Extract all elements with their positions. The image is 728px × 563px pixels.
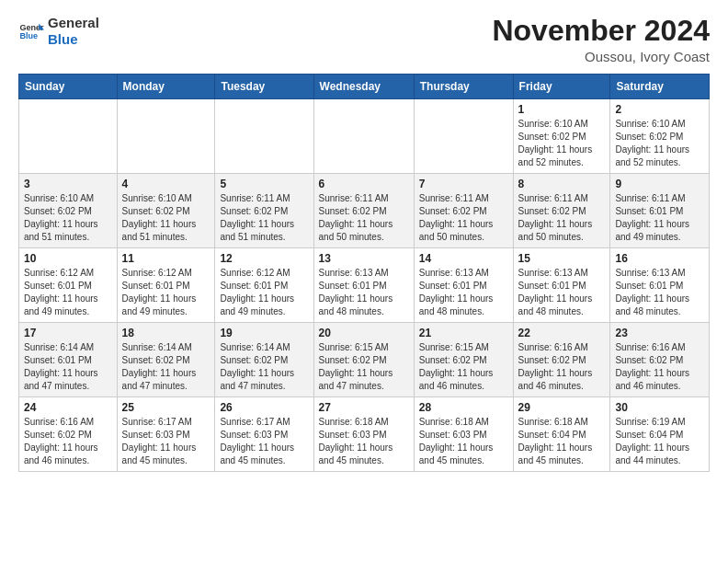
day-info: Sunrise: 6:13 AM Sunset: 6:01 PM Dayligh… [615,267,704,318]
day-number: 19 [220,327,308,339]
day-number: 7 [419,178,508,190]
day-number: 8 [518,178,606,190]
day-number: 27 [319,401,409,414]
calendar-cell: 23Sunrise: 6:16 AM Sunset: 6:02 PM Dayli… [610,323,710,397]
calendar-cell: 8Sunrise: 6:11 AM Sunset: 6:02 PM Daylig… [513,174,610,248]
day-info: Sunrise: 6:16 AM Sunset: 6:02 PM Dayligh… [615,341,704,393]
day-info: Sunrise: 6:15 AM Sunset: 6:02 PM Dayligh… [319,341,409,393]
day-number: 25 [122,401,210,414]
calendar-cell: 5Sunrise: 6:11 AM Sunset: 6:02 PM Daylig… [215,174,313,248]
calendar-cell: 6Sunrise: 6:11 AM Sunset: 6:02 PM Daylig… [313,174,414,248]
calendar-cell: 11Sunrise: 6:12 AM Sunset: 6:01 PM Dayli… [117,248,215,323]
day-info: Sunrise: 6:14 AM Sunset: 6:01 PM Dayligh… [24,341,112,393]
calendar-cell: 16Sunrise: 6:13 AM Sunset: 6:01 PM Dayli… [610,248,710,323]
day-number: 4 [122,178,210,190]
calendar-cell: 12Sunrise: 6:12 AM Sunset: 6:01 PM Dayli… [215,248,313,323]
day-info: Sunrise: 6:11 AM Sunset: 6:02 PM Dayligh… [319,192,409,244]
day-info: Sunrise: 6:18 AM Sunset: 6:04 PM Dayligh… [518,416,606,467]
calendar-header-sunday: Sunday [19,75,118,99]
day-number: 22 [518,327,606,339]
day-info: Sunrise: 6:12 AM Sunset: 6:01 PM Dayligh… [122,267,210,318]
calendar-cell: 30Sunrise: 6:19 AM Sunset: 6:04 PM Dayli… [610,397,710,472]
day-info: Sunrise: 6:18 AM Sunset: 6:03 PM Dayligh… [419,416,508,467]
calendar-cell: 24Sunrise: 6:16 AM Sunset: 6:02 PM Dayli… [19,397,118,472]
day-number: 15 [518,252,606,265]
calendar-cell [313,99,414,174]
day-info: Sunrise: 6:12 AM Sunset: 6:01 PM Dayligh… [220,267,308,318]
day-info: Sunrise: 6:18 AM Sunset: 6:03 PM Dayligh… [319,416,409,467]
day-info: Sunrise: 6:11 AM Sunset: 6:02 PM Dayligh… [419,192,508,244]
calendar-header-thursday: Thursday [414,75,513,99]
calendar-cell [215,99,313,174]
calendar: SundayMondayTuesdayWednesdayThursdayFrid… [18,74,710,472]
day-info: Sunrise: 6:10 AM Sunset: 6:02 PM Dayligh… [24,192,112,244]
day-info: Sunrise: 6:14 AM Sunset: 6:02 PM Dayligh… [220,341,308,393]
calendar-cell: 10Sunrise: 6:12 AM Sunset: 6:01 PM Dayli… [19,248,118,323]
day-number: 2 [615,103,704,116]
day-number: 3 [24,178,112,190]
calendar-header-tuesday: Tuesday [215,75,313,99]
calendar-header-saturday: Saturday [610,75,710,99]
calendar-header-friday: Friday [513,75,610,99]
calendar-cell: 13Sunrise: 6:13 AM Sunset: 6:01 PM Dayli… [313,248,414,323]
day-number: 9 [615,178,704,190]
calendar-header-wednesday: Wednesday [313,75,414,99]
calendar-week-row: 3Sunrise: 6:10 AM Sunset: 6:02 PM Daylig… [19,174,710,248]
calendar-cell: 7Sunrise: 6:11 AM Sunset: 6:02 PM Daylig… [414,174,513,248]
calendar-cell: 26Sunrise: 6:17 AM Sunset: 6:03 PM Dayli… [215,397,313,472]
day-number: 28 [419,401,508,414]
calendar-header-monday: Monday [117,75,215,99]
day-number: 13 [319,252,409,265]
calendar-cell: 4Sunrise: 6:10 AM Sunset: 6:02 PM Daylig… [117,174,215,248]
calendar-cell: 27Sunrise: 6:18 AM Sunset: 6:03 PM Dayli… [313,397,414,472]
day-info: Sunrise: 6:12 AM Sunset: 6:01 PM Dayligh… [24,267,112,318]
day-number: 5 [220,178,308,190]
day-info: Sunrise: 6:14 AM Sunset: 6:02 PM Dayligh… [122,341,210,393]
calendar-cell: 1Sunrise: 6:10 AM Sunset: 6:02 PM Daylig… [513,99,610,174]
logo-blue-text: Blue [48,31,99,48]
calendar-cell: 17Sunrise: 6:14 AM Sunset: 6:01 PM Dayli… [19,323,118,397]
day-number: 29 [518,401,606,414]
calendar-cell: 29Sunrise: 6:18 AM Sunset: 6:04 PM Dayli… [513,397,610,472]
calendar-week-row: 1Sunrise: 6:10 AM Sunset: 6:02 PM Daylig… [19,99,710,174]
day-info: Sunrise: 6:11 AM Sunset: 6:02 PM Dayligh… [220,192,308,244]
calendar-cell: 9Sunrise: 6:11 AM Sunset: 6:01 PM Daylig… [610,174,710,248]
day-number: 18 [122,327,210,339]
day-info: Sunrise: 6:13 AM Sunset: 6:01 PM Dayligh… [419,267,508,318]
logo-general-text: General [48,15,99,31]
calendar-cell: 14Sunrise: 6:13 AM Sunset: 6:01 PM Dayli… [414,248,513,323]
logo-icon: General Blue [18,18,44,44]
day-number: 12 [220,252,308,265]
day-number: 6 [319,178,409,190]
day-info: Sunrise: 6:10 AM Sunset: 6:02 PM Dayligh… [615,118,704,169]
calendar-cell: 21Sunrise: 6:15 AM Sunset: 6:02 PM Dayli… [414,323,513,397]
day-info: Sunrise: 6:11 AM Sunset: 6:02 PM Dayligh… [518,192,606,244]
title-block: November 2024 Oussou, Ivory Coast [492,15,710,64]
day-info: Sunrise: 6:19 AM Sunset: 6:04 PM Dayligh… [615,416,704,467]
day-info: Sunrise: 6:11 AM Sunset: 6:01 PM Dayligh… [615,192,704,244]
day-number: 14 [419,252,508,265]
day-info: Sunrise: 6:13 AM Sunset: 6:01 PM Dayligh… [518,267,606,318]
day-number: 26 [220,401,308,414]
calendar-cell: 25Sunrise: 6:17 AM Sunset: 6:03 PM Dayli… [117,397,215,472]
calendar-cell: 2Sunrise: 6:10 AM Sunset: 6:02 PM Daylig… [610,99,710,174]
day-info: Sunrise: 6:17 AM Sunset: 6:03 PM Dayligh… [220,416,308,467]
day-info: Sunrise: 6:16 AM Sunset: 6:02 PM Dayligh… [518,341,606,393]
location: Oussou, Ivory Coast [492,49,710,64]
day-number: 21 [419,327,508,339]
calendar-week-row: 17Sunrise: 6:14 AM Sunset: 6:01 PM Dayli… [19,323,710,397]
calendar-week-row: 10Sunrise: 6:12 AM Sunset: 6:01 PM Dayli… [19,248,710,323]
day-number: 11 [122,252,210,265]
calendar-cell [117,99,215,174]
month-title: November 2024 [492,15,710,47]
day-number: 16 [615,252,704,265]
day-info: Sunrise: 6:10 AM Sunset: 6:02 PM Dayligh… [518,118,606,169]
day-number: 24 [24,401,112,414]
calendar-cell: 28Sunrise: 6:18 AM Sunset: 6:03 PM Dayli… [414,397,513,472]
day-info: Sunrise: 6:13 AM Sunset: 6:01 PM Dayligh… [319,267,409,318]
day-number: 17 [24,327,112,339]
day-number: 30 [615,401,704,414]
calendar-cell: 3Sunrise: 6:10 AM Sunset: 6:02 PM Daylig… [19,174,118,248]
day-info: Sunrise: 6:15 AM Sunset: 6:02 PM Dayligh… [419,341,508,393]
calendar-cell [414,99,513,174]
